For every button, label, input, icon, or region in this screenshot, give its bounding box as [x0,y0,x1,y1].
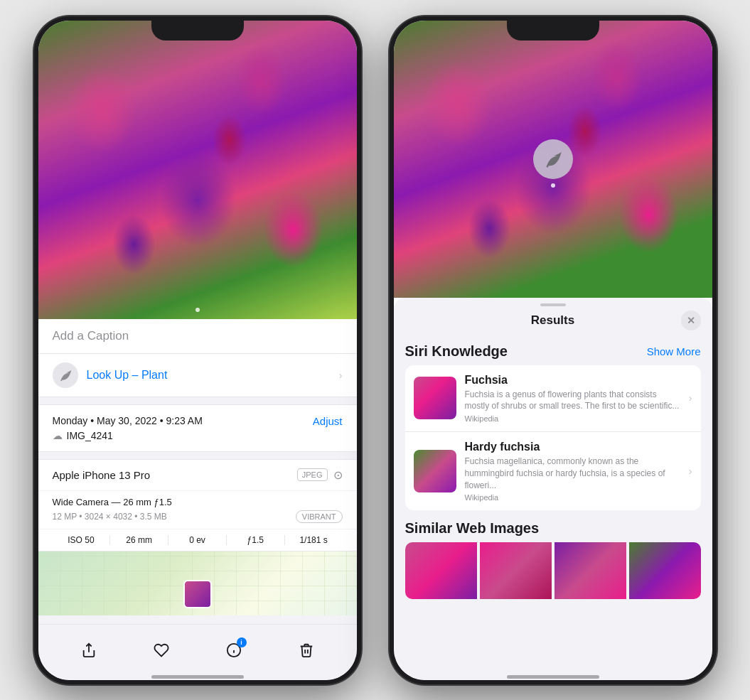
hardy-info: Hardy fuchsia Fuchsia magellanica, commo… [465,441,680,502]
knowledge-item-hardy[interactable]: Hardy fuchsia Fuchsia magellanica, commo… [405,432,701,510]
sheet-title: Results [531,313,574,328]
home-indicator-right [507,675,599,679]
close-button[interactable]: ✕ [681,311,701,330]
fuchsia-desc: Fuchsia is a genus of flowering plants t… [465,389,680,413]
hardy-desc: Fuchsia magellanica, commonly known as t… [465,456,680,491]
hardy-chevron-icon: › [689,465,692,477]
siri-knowledge-title: Siri Knowledge [405,343,508,360]
share-icon [81,642,97,658]
caption-area[interactable]: Add a Caption [38,319,357,354]
fuchsia-thumb [414,377,456,419]
exif-shutter: 1/181 s [285,535,343,545]
exif-aperture: ƒ1.5 [227,535,285,545]
left-phone: Add a Caption Look Up – Plant › [34,16,361,684]
info-section: Monday • May 30, 2022 • 9:23 AM Adjust ☁… [38,404,357,452]
info-badge: i [237,637,247,647]
web-image-4[interactable] [629,542,701,599]
exif-iso: ISO 50 [53,535,111,545]
camera-specs: 12 MP • 3024 × 4032 • 3.5 MB VIBRANT [53,510,343,523]
map-preview[interactable] [38,551,357,615]
filename-row: ☁ IMG_4241 [53,430,343,441]
fuchsia-name: Fuchsia [465,374,680,387]
share-button[interactable] [73,635,105,666]
phone-content-left: Add a Caption Look Up – Plant › [38,319,357,624]
bottom-toolbar: i [38,624,357,680]
map-thumbnail [183,580,212,608]
lookup-bold: Look Up – [87,369,139,381]
siri-dot [551,183,555,188]
exif-mm: 26 mm [110,535,168,545]
siri-knowledge-header: Siri Knowledge Show More [405,343,701,360]
web-images-header: Similar Web Images [405,520,701,537]
left-phone-inner: Add a Caption Look Up – Plant › [38,21,357,680]
flower-overlay [38,21,357,319]
date-text: Monday • May 30, 2022 • 9:23 AM [53,415,203,426]
hardy-thumb [414,450,456,492]
camera-detail-text: Wide Camera — 26 mm ƒ1.5 [53,497,343,507]
web-images-section: Similar Web Images [405,520,701,599]
device-row: Apple iPhone 13 Pro JPEG ⊙ [38,460,357,491]
fuchsia-source: Wikipedia [465,414,680,423]
cloud-icon: ☁ [53,430,63,441]
web-image-3[interactable] [555,542,626,599]
chevron-right-icon: › [339,370,343,381]
fuchsia-chevron-icon: › [689,392,692,404]
caption-placeholder: Add a Caption [53,329,129,343]
sheet-header: Results ✕ [394,306,712,335]
lookup-label: Look Up – Plant [87,369,168,382]
info-button[interactable]: i [218,635,250,666]
web-image-2[interactable] [480,542,552,599]
hardy-name: Hardy fuchsia [465,441,680,453]
knowledge-item-fuchsia[interactable]: Fuchsia Fuchsia is a genus of flowering … [405,365,701,433]
specs-text: 12 MP • 3024 × 4032 • 3.5 MB [53,512,167,522]
sheet-body: Siri Knowledge Show More Fuchsia Fuchsia… [394,335,712,680]
flower-image-left[interactable] [38,21,357,319]
home-indicator-left [151,675,244,679]
heart-icon [154,642,169,658]
adjust-button[interactable]: Adjust [313,415,343,427]
camera-detail-row: Wide Camera — 26 mm ƒ1.5 12 MP • 3024 × … [38,491,357,529]
hardy-source: Wikipedia [465,493,680,502]
show-more-button[interactable]: Show More [647,345,701,357]
knowledge-card: Fuchsia Fuchsia is a genus of flowering … [405,365,701,511]
lookup-subject: Plant [141,369,167,381]
heart-button[interactable] [146,635,177,666]
right-phone: Results ✕ Siri Knowledge Show More Fuchs… [390,16,717,684]
jpeg-badge: JPEG [297,468,328,481]
page-dot [195,308,200,312]
lookup-icon [53,362,78,388]
web-image-1[interactable] [405,542,477,599]
vibrant-badge: VIBRANT [296,510,343,523]
device-badges: JPEG ⊙ [297,468,343,482]
filename-text: IMG_4241 [67,430,113,441]
date-row: Monday • May 30, 2022 • 9:23 AM Adjust [53,415,343,427]
siri-button[interactable] [533,139,573,179]
exif-row: ISO 50 26 mm 0 ev ƒ1.5 1/181 s [38,529,357,551]
flower-image-right [394,21,712,298]
results-sheet: Results ✕ Siri Knowledge Show More Fuchs… [394,298,712,680]
device-name: Apple iPhone 13 Pro [53,469,151,481]
leaf-icon [58,368,73,382]
web-images-title: Similar Web Images [405,520,540,537]
trash-button[interactable] [291,635,322,666]
right-phone-inner: Results ✕ Siri Knowledge Show More Fuchs… [394,21,712,680]
exif-ev: 0 ev [168,535,227,545]
web-images-grid [405,542,701,599]
lookup-row[interactable]: Look Up – Plant › [38,354,357,397]
phones-container: Add a Caption Look Up – Plant › [20,2,731,699]
leaf-siri-icon [543,149,563,169]
device-section: Apple iPhone 13 Pro JPEG ⊙ Wide Camera —… [38,459,357,551]
fuchsia-info: Fuchsia Fuchsia is a genus of flowering … [465,374,680,424]
camera-icon: ⊙ [333,468,343,482]
trash-icon [299,642,314,658]
